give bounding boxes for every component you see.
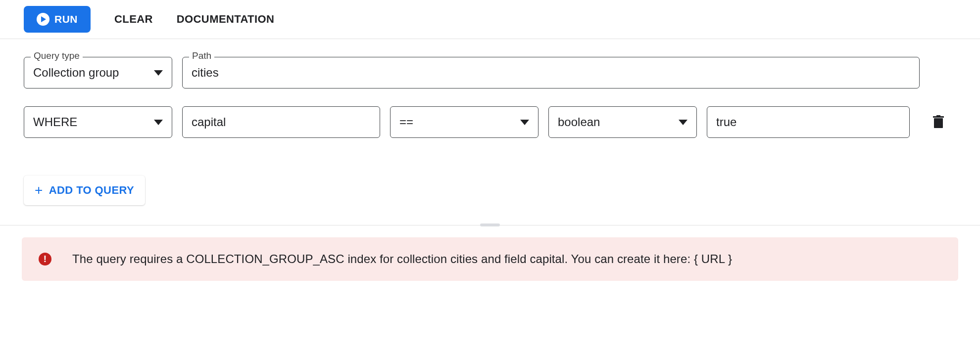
plus-icon: + (35, 183, 43, 197)
trash-icon (932, 115, 944, 129)
error-alert: ! The query requires a COLLECTION_GROUP_… (22, 237, 958, 281)
clause-field-input-wrapper[interactable] (182, 106, 380, 138)
clause-type-select[interactable]: WHERE (24, 106, 172, 138)
svg-rect-2 (933, 116, 944, 118)
clause-operator-value: == (399, 115, 506, 129)
run-button-label: RUN (54, 13, 78, 25)
run-button[interactable]: RUN (24, 6, 91, 33)
chevron-down-icon (154, 70, 163, 76)
path-label: Path (189, 50, 214, 61)
path-input[interactable] (192, 66, 910, 80)
clause-value-type-select[interactable]: boolean (548, 106, 697, 138)
chevron-down-icon (520, 120, 529, 125)
clear-button[interactable]: CLEAR (114, 13, 153, 26)
chevron-down-icon (154, 120, 163, 125)
delete-clause-button[interactable] (930, 112, 947, 132)
clause-value-type-field: boolean (548, 106, 697, 138)
query-type-label: Query type (31, 50, 83, 61)
documentation-button[interactable]: DOCUMENTATION (177, 13, 274, 26)
clause-value-input-wrapper[interactable] (707, 106, 910, 138)
svg-rect-3 (936, 115, 940, 116)
clause-field-input[interactable] (192, 115, 371, 129)
clause-type-value: WHERE (33, 115, 140, 129)
query-type-select[interactable]: Collection group (24, 57, 172, 88)
svg-rect-1 (934, 118, 943, 128)
clause-value-input[interactable] (716, 115, 900, 129)
play-icon (37, 13, 49, 26)
query-type-field: Query type Collection group (24, 57, 172, 88)
clause-value-type-value: boolean (558, 115, 665, 129)
where-clause-row: WHERE == boolean (24, 106, 956, 138)
clause-field-name (182, 106, 380, 138)
clause-value-field (707, 106, 910, 138)
chevron-down-icon (679, 120, 687, 125)
clause-type-field: WHERE (24, 106, 172, 138)
path-field: Path (182, 57, 920, 88)
query-toolbar: RUN CLEAR DOCUMENTATION (0, 0, 980, 39)
clause-operator-select[interactable]: == (390, 106, 539, 138)
add-to-query-button[interactable]: + ADD TO QUERY (24, 176, 145, 205)
add-to-query-label: ADD TO QUERY (49, 184, 134, 197)
clause-operator-field: == (390, 106, 539, 138)
path-input-wrapper[interactable] (182, 57, 920, 88)
resize-handle[interactable] (480, 223, 500, 226)
error-icon: ! (39, 253, 51, 266)
error-message: The query requires a COLLECTION_GROUP_AS… (72, 252, 732, 266)
query-type-value: Collection group (33, 66, 140, 80)
svg-marker-0 (41, 16, 46, 22)
query-header-row: Query type Collection group Path (24, 57, 956, 88)
query-builder: Query type Collection group Path WHERE (0, 39, 980, 225)
